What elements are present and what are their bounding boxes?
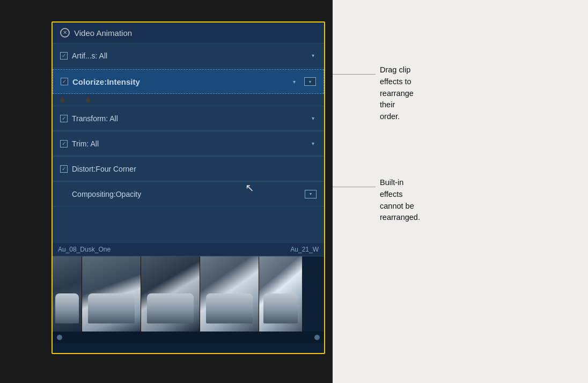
effect-row-distort: Distort:Four Corner — [53, 157, 324, 181]
effect-label-artifacts: Artif...s: All — [72, 51, 309, 60]
timeline-handle-right[interactable] — [314, 335, 320, 340]
timeline-handle-left[interactable] — [57, 335, 62, 340]
effect-row-compositing: Compositing:Opacity — [53, 182, 324, 207]
effect-label-trim: Trim: All — [72, 139, 309, 148]
thumbnail-strip — [53, 256, 324, 332]
dropdown-colorize[interactable]: ▾ — [290, 78, 298, 85]
effect-row-colorize: Colorize:Intensity ▾ — [53, 69, 324, 94]
thumb-small-left — [53, 256, 82, 332]
effects-section: Artif...s: All ▾ Colorize:Intensity ▾ ↖ — [53, 43, 324, 207]
video-animation-panel: Video Animation Artif...s: All ▾ Coloriz… — [52, 21, 325, 354]
car-thumb-2 — [141, 256, 200, 332]
car-thumb-small — [53, 256, 82, 332]
panel-header: Video Animation — [53, 23, 324, 43]
dropdown-artifacts[interactable]: ▾ — [309, 52, 317, 60]
effect-row-artifacts: Artif...s: All ▾ — [53, 43, 324, 68]
timeline-inner-header: Au_08_Dusk_One Au_21_W — [53, 243, 324, 256]
keyframe-dot-2 — [85, 97, 91, 103]
effect-row-transform: Transform: All ▾ — [53, 106, 324, 131]
car-thumb-1 — [82, 256, 141, 332]
main-container: Drag clip effects to rearrange their ord… — [0, 0, 588, 383]
right-area: Drag clip effects to rearrange their ord… — [333, 0, 588, 383]
expand-compositing[interactable] — [305, 190, 317, 198]
close-button[interactable] — [60, 28, 70, 38]
annotation-line-1 — [333, 74, 376, 75]
checkbox-transform[interactable] — [60, 115, 68, 122]
effect-label-colorize: Colorize:Intensity — [72, 77, 290, 86]
effect-label-compositing: Compositing:Opacity — [72, 190, 305, 198]
dropdown-trim[interactable]: ▾ — [309, 140, 317, 148]
keyframe-row: ↖ — [53, 95, 324, 106]
thumb-4 — [259, 256, 302, 332]
thumb-1 — [82, 256, 141, 332]
annotation-text-2: Built-in effects cannot be rearranged. — [380, 177, 420, 224]
checkbox-distort[interactable] — [60, 165, 68, 173]
clip-label-right: Au_21_W — [290, 246, 319, 253]
expand-colorize[interactable] — [304, 77, 316, 86]
dropdown-transform[interactable]: ▾ — [309, 115, 317, 122]
thumb-2 — [141, 256, 200, 332]
car-thumb-4 — [259, 256, 302, 332]
clip-label-left: Au_08_Dusk_One — [58, 246, 111, 253]
timeline-footer — [53, 332, 324, 343]
keyframe-dot-1 — [59, 97, 65, 103]
effect-label-distort: Distort:Four Corner — [72, 165, 317, 173]
annotation-text-1: Drag clip effects to rearrange their ord… — [380, 64, 414, 123]
annotation-line-2 — [333, 187, 376, 187]
timeline-inner: Au_08_Dusk_One Au_21_W — [53, 243, 324, 353]
effect-label-transform: Transform: All — [72, 114, 309, 123]
checkbox-colorize[interactable] — [61, 78, 68, 85]
thumb-3 — [200, 256, 259, 332]
checkbox-artifacts[interactable] — [60, 52, 68, 60]
panel-title: Video Animation — [74, 28, 132, 38]
checkbox-trim[interactable] — [60, 140, 68, 148]
car-thumb-3 — [200, 256, 259, 332]
effect-row-trim: Trim: All ▾ — [53, 131, 324, 156]
